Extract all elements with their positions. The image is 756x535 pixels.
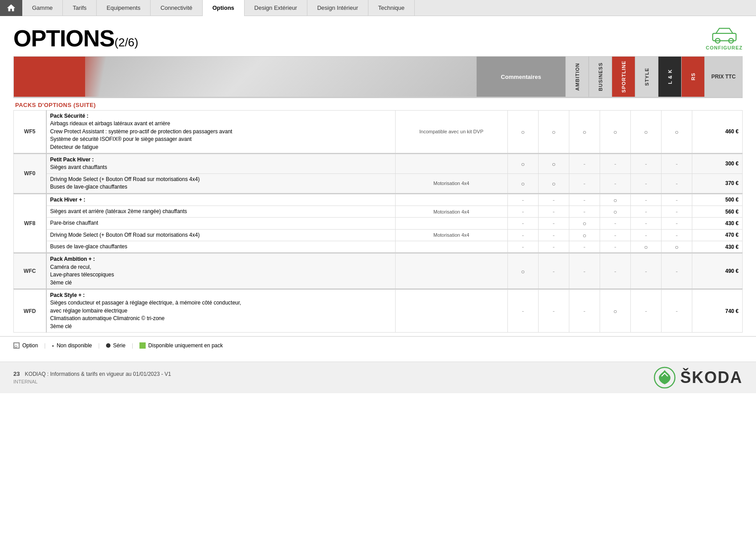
col-cell-1: ○	[538, 173, 569, 193]
col-cell-5: -	[662, 206, 692, 217]
prix-cell: 430 €	[692, 241, 743, 253]
col-cell-2: ○	[569, 229, 600, 241]
header-rs: RS	[681, 57, 704, 97]
not-available-dash: -	[553, 220, 555, 227]
prix-cell: 430 €	[692, 218, 743, 229]
section-title: PACKS D'OPTIONS (Suite)	[13, 97, 743, 110]
option-circle-icon: ○	[644, 128, 648, 136]
col-cell-4: -	[630, 218, 661, 229]
nav-design-ext[interactable]: Design Extérieur	[245, 0, 307, 16]
footer-left: 23 KODIAQ : Informations & tarifs en vig…	[13, 370, 171, 384]
not-available-dash: -	[614, 232, 617, 239]
col-cell-4: -	[630, 254, 661, 289]
prix-cell: 470 €	[692, 229, 743, 241]
not-available-dash: -	[676, 208, 678, 215]
option-circle-icon: ○	[521, 268, 525, 275]
col-cell-1: -	[538, 229, 569, 241]
not-available-dash: -	[553, 308, 555, 315]
nav-equipements[interactable]: Equipements	[97, 0, 151, 16]
not-available-dash: -	[676, 232, 678, 239]
nav-tarifs[interactable]: Tarifs	[63, 0, 97, 16]
desc-cell: Sièges avant et arrière (latéraux 2ème r…	[46, 206, 395, 217]
col-cell-5: ○	[662, 241, 692, 253]
desc-cell: Driving Mode Select (+ Bouton Off Road s…	[46, 173, 395, 193]
footer: 23 KODIAQ : Informations & tarifs en vig…	[0, 362, 756, 393]
not-available-dash: -	[645, 180, 647, 187]
col-cell-1: -	[538, 218, 569, 229]
not-available-dash: -	[584, 197, 586, 204]
option-circle-icon: ○	[552, 180, 556, 187]
desc-cell: Petit Pack Hiver :Sièges avant chauffant…	[46, 154, 395, 173]
nav-technique[interactable]: Technique	[368, 0, 415, 16]
comment-cell	[395, 290, 507, 333]
not-available-dash: -	[676, 197, 678, 204]
col-cell-3: -	[600, 229, 630, 241]
legend-non-dispo-label: Non disponible	[57, 342, 92, 349]
col-cell-0: -	[507, 241, 538, 253]
skoda-icon	[654, 366, 676, 389]
col-cell-3: -	[600, 154, 630, 173]
option-circle-icon: ○	[583, 232, 586, 239]
col-cell-2: ○	[569, 218, 600, 229]
col-cell-4: -	[630, 194, 661, 206]
home-button[interactable]	[0, 0, 22, 16]
option-circle-icon: ○	[521, 160, 525, 168]
prix-cell: 370 €	[692, 173, 743, 193]
table-row: WFDPack Style + :Sièges conducteur et pa…	[14, 290, 743, 333]
desc-cell: Pack Ambition + :Caméra de recul,Lave-ph…	[46, 254, 395, 289]
col-cell-0: ○	[507, 254, 538, 289]
col-cell-3: -	[600, 254, 630, 289]
not-available-dash: -	[553, 243, 555, 251]
col-cell-5: -	[662, 229, 692, 241]
desc-cell: Pack Style + :Sièges conducteur et passa…	[46, 290, 395, 333]
desc-cell: Driving Mode Select (+ Bouton Off Road s…	[46, 229, 395, 241]
legend-dot-icon	[106, 343, 110, 348]
not-available-dash: -	[614, 180, 617, 187]
col-cell-1: -	[538, 206, 569, 217]
option-circle-icon: ○	[644, 243, 648, 251]
desc-cell: Buses de lave-glace chauffantes	[46, 241, 395, 253]
col-cell-1: -	[538, 254, 569, 289]
skoda-brand: ŠKODA	[680, 368, 743, 387]
table-row: WF0Petit Pack Hiver :Sièges avant chauff…	[14, 154, 743, 173]
footer-internal: INTERNAL	[13, 379, 171, 384]
header-prix: PRIX TTC	[704, 57, 742, 97]
col-cell-0: ○	[507, 111, 538, 153]
comment-cell: Motorisation 4x4	[395, 206, 507, 217]
code-cell: WFD	[14, 290, 46, 333]
not-available-dash: -	[676, 308, 678, 315]
not-available-dash: -	[584, 243, 586, 251]
comment-cell	[395, 254, 507, 289]
option-circle-icon: ○	[552, 160, 556, 168]
comment-cell: Motorisation 4x4	[395, 173, 507, 193]
table-row: Driving Mode Select (+ Bouton Off Road s…	[14, 229, 743, 241]
col-cell-4: -	[630, 290, 661, 333]
nav-options[interactable]: Options	[203, 0, 245, 16]
col-cell-0: -	[507, 290, 538, 333]
not-available-dash: -	[553, 197, 555, 204]
col-cell-0: -	[507, 194, 538, 206]
code-cell: WFC	[14, 254, 46, 289]
prix-cell: 460 €	[692, 111, 743, 153]
main-content: Commentaires AMBITION BUSINESS SPORTLINE…	[0, 56, 756, 333]
option-circle-icon: ○	[583, 220, 586, 227]
col-cell-0: -	[507, 206, 538, 217]
header-lk: L & K	[658, 57, 681, 97]
col-cell-2: -	[569, 154, 600, 173]
table-row: WF8Pack Hiver + :---○--500 €	[14, 194, 743, 206]
col-cell-3: ○	[600, 206, 630, 217]
legend-square-icon	[139, 342, 146, 349]
col-cell-5: -	[662, 218, 692, 229]
option-circle-icon: ○	[613, 197, 617, 204]
code-cell: WF5	[14, 111, 46, 153]
table-row: Sièges avant et arrière (latéraux 2ème r…	[14, 206, 743, 217]
configurez-button[interactable]: CONFIGUREZ	[706, 25, 743, 50]
code-cell: WF0	[14, 154, 46, 193]
prix-cell: 490 €	[692, 254, 743, 289]
nav-gamme[interactable]: Gamme	[22, 0, 63, 16]
col-cell-5: -	[662, 254, 692, 289]
not-available-dash: -	[584, 180, 586, 187]
not-available-dash: -	[522, 197, 524, 204]
nav-connectivite[interactable]: Connectivité	[151, 0, 203, 16]
nav-design-int[interactable]: Design Intérieur	[307, 0, 368, 16]
